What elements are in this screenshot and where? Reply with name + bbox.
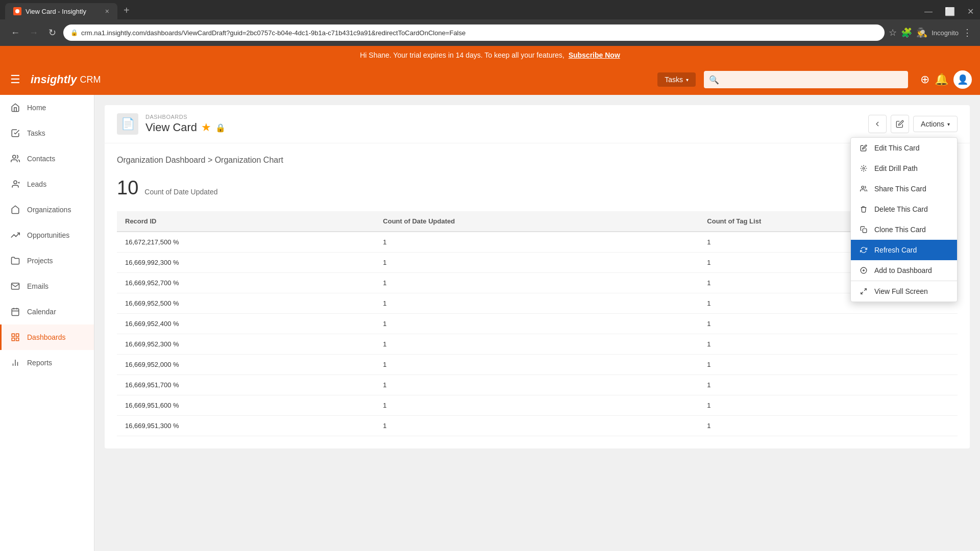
svg-point-0 — [15, 9, 19, 13]
browser-chrome: View Card - Insightly × + — ⬜ ✕ ← → ↻ 🔒 … — [0, 0, 980, 46]
sidebar-item-label-organizations: Organizations — [27, 206, 71, 214]
add-button[interactable]: ⊕ — [920, 73, 929, 86]
notifications-button[interactable]: 🔔 — [935, 73, 948, 86]
hamburger-button[interactable]: ☰ — [8, 71, 22, 88]
active-tab[interactable]: View Card - Insightly × — [5, 3, 117, 19]
sidebar: Home Tasks Contacts Leads — [0, 95, 94, 551]
dropdown-item-delete-this-card[interactable]: Delete This Card — [851, 199, 957, 219]
sidebar-item-organizations[interactable]: Organizations — [0, 197, 94, 222]
actions-dropdown-menu: Edit This Card Edit Drill Path — [850, 137, 958, 302]
search-input[interactable] — [719, 76, 903, 84]
cell-count-date-updated: 1 — [375, 416, 699, 436]
subscribe-link[interactable]: Subscribe Now — [569, 51, 620, 59]
contacts-icon — [10, 153, 21, 164]
back-nav-button[interactable]: ← — [8, 26, 22, 40]
actions-chevron-icon: ▾ — [947, 121, 950, 127]
sidebar-item-reports[interactable]: Reports — [0, 350, 94, 375]
svg-rect-5 — [12, 309, 19, 316]
dropdown-label-view-full-screen: View Full Screen — [874, 287, 928, 295]
edit-pencil-button[interactable] — [891, 115, 909, 133]
dashboards-icon — [10, 332, 21, 343]
svg-rect-18 — [863, 229, 867, 233]
edit-this-card-icon — [859, 143, 868, 153]
notification-text: Hi Shane. Your trial expires in 14 days.… — [360, 51, 565, 59]
data-table: Record ID Count of Date Updated Count of… — [117, 211, 958, 436]
svg-rect-9 — [12, 334, 14, 336]
incognito-label: Incognito — [932, 29, 959, 37]
dropdown-item-edit-this-card[interactable]: Edit This Card — [851, 138, 957, 158]
sidebar-item-emails[interactable]: Emails — [0, 273, 94, 299]
count-label: Count of Date Updated — [144, 188, 217, 196]
dropdown-item-share-this-card[interactable]: Share This Card — [851, 179, 957, 199]
sidebar-item-calendar[interactable]: Calendar — [0, 299, 94, 324]
actions-label: Actions — [921, 120, 944, 128]
org-dashboard-link[interactable]: Organization Dashboard > Organization Ch… — [117, 156, 283, 164]
extensions-icon[interactable]: 🧩 — [901, 27, 912, 38]
opportunities-icon — [10, 230, 21, 241]
svg-point-16 — [863, 167, 865, 169]
sidebar-item-home[interactable]: Home — [0, 95, 94, 120]
svg-line-23 — [861, 292, 863, 294]
cell-record-id: 16,669,951,300 % — [117, 416, 375, 436]
tab-close-icon[interactable]: × — [105, 7, 109, 15]
logo-text: insightly — [31, 73, 77, 86]
title-area: DASHBOARDS View Card ★ 🔒 — [145, 114, 226, 134]
dropdown-item-add-to-dashboard[interactable]: Add to Dashboard — [851, 260, 957, 281]
sidebar-item-label-reports: Reports — [27, 359, 52, 367]
back-button[interactable] — [868, 115, 887, 133]
dropdown-label-share-this-card: Share This Card — [874, 185, 926, 193]
table-row: 16,669,951,600 % 1 1 — [117, 395, 958, 416]
tasks-button[interactable]: Tasks ▾ — [657, 72, 696, 87]
table-row: 16,669,992,300 % 1 1 — [117, 253, 958, 273]
card-breadcrumb-path: Organization Dashboard > Organization Ch… — [117, 156, 958, 165]
reports-icon — [10, 357, 21, 368]
tasks-icon — [10, 128, 21, 139]
new-tab-button[interactable]: + — [117, 2, 136, 19]
app-container: Hi Shane. Your trial expires in 14 days.… — [0, 46, 980, 551]
forward-nav-button[interactable]: → — [27, 26, 41, 40]
sidebar-item-tasks[interactable]: Tasks — [0, 120, 94, 146]
table-row: 16,669,952,000 % 1 1 — [117, 355, 958, 375]
lock-icon: 🔒 — [215, 123, 226, 133]
tab-favicon — [13, 7, 21, 15]
projects-icon — [10, 255, 21, 266]
sidebar-item-contacts[interactable]: Contacts — [0, 146, 94, 171]
dropdown-item-refresh-card[interactable]: Refresh Card — [851, 240, 957, 260]
sidebar-item-opportunities[interactable]: Opportunities — [0, 222, 94, 248]
cell-count-date-updated: 1 — [375, 355, 699, 375]
dropdown-item-edit-drill-path[interactable]: Edit Drill Path — [851, 158, 957, 179]
cell-count-tag-list: 1 — [699, 375, 958, 395]
sidebar-item-projects[interactable]: Projects — [0, 248, 94, 273]
address-bar[interactable]: 🔒 crm.na1.insightly.com/dashboards/ViewC… — [63, 24, 885, 41]
table-row: 16,669,951,300 % 1 1 — [117, 416, 958, 436]
table-row: 16,669,952,400 % 1 1 — [117, 314, 958, 334]
header-icons: ⊕ 🔔 👤 — [920, 70, 972, 89]
user-avatar-button[interactable]: 👤 — [953, 70, 972, 89]
dropdown-item-clone-this-card[interactable]: Clone This Card — [851, 219, 957, 240]
reload-button[interactable]: ↻ — [45, 26, 59, 40]
lock-icon: 🔒 — [70, 29, 78, 36]
svg-rect-11 — [16, 338, 19, 341]
sidebar-item-leads[interactable]: Leads — [0, 171, 94, 197]
browser-minimize[interactable]: — — [918, 4, 939, 19]
sidebar-item-label-leads: Leads — [27, 180, 46, 188]
cell-record-id: 16,669,951,600 % — [117, 395, 375, 416]
dropdown-label-edit-this-card: Edit This Card — [874, 144, 919, 152]
content-area: 📄 DASHBOARDS View Card ★ 🔒 — [94, 95, 980, 551]
sidebar-item-dashboards[interactable]: Dashboards — [0, 324, 94, 350]
star-icon[interactable]: ★ — [201, 121, 211, 134]
incognito-icon[interactable]: 🕵 — [916, 27, 927, 38]
svg-point-1 — [13, 155, 16, 158]
browser-close[interactable]: ✕ — [961, 4, 980, 19]
browser-menu-icon[interactable]: ⋮ — [963, 27, 972, 38]
dropdown-item-view-full-screen[interactable]: View Full Screen — [851, 281, 957, 302]
browser-maximize[interactable]: ⬜ — [939, 4, 961, 19]
bookmark-icon[interactable]: ☆ — [889, 27, 897, 38]
delete-this-card-icon — [859, 205, 868, 214]
actions-dropdown-button[interactable]: Actions ▾ — [913, 116, 958, 132]
cell-count-date-updated: 1 — [375, 232, 699, 253]
sidebar-item-label-dashboards: Dashboards — [27, 333, 66, 341]
cell-count-date-updated: 1 — [375, 253, 699, 273]
cell-record-id: 16,669,992,300 % — [117, 253, 375, 273]
organizations-icon — [10, 204, 21, 215]
